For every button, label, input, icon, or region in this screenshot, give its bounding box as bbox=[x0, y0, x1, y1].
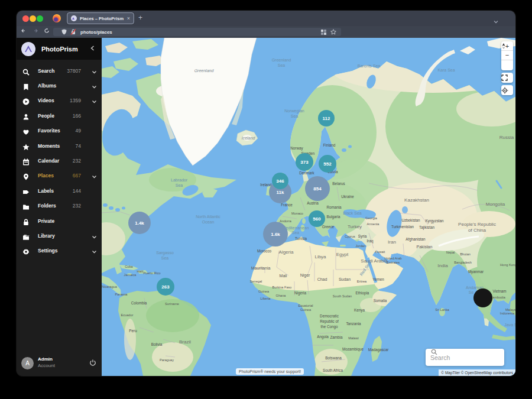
chevron-down-icon[interactable] bbox=[92, 245, 97, 256]
map-label: Norway bbox=[290, 146, 303, 151]
sidebar-item-label: People bbox=[38, 113, 54, 119]
reload-button[interactable] bbox=[44, 28, 50, 35]
chevron-down-icon[interactable] bbox=[92, 95, 97, 106]
map-label: Sea bbox=[161, 256, 169, 260]
map-label: Chad bbox=[317, 277, 327, 281]
map-label: Algeria bbox=[279, 249, 294, 255]
map-label: Ocean bbox=[202, 220, 215, 224]
sidebar-item-count: 232 bbox=[73, 203, 81, 209]
tab-close-icon[interactable]: × bbox=[127, 15, 130, 21]
map-label: Zambia bbox=[330, 335, 343, 339]
zoom-control-group: + − bbox=[501, 41, 513, 70]
map-label: Mongolia bbox=[486, 202, 505, 207]
sidebar-item-calendar[interactable]: Calendar232 bbox=[17, 153, 102, 168]
screenshot-grid-icon[interactable] bbox=[321, 27, 326, 37]
logout-power-icon[interactable] bbox=[89, 358, 96, 369]
sidebar-item-favorites[interactable]: Favorites49 bbox=[17, 124, 102, 138]
map-label: France bbox=[281, 203, 293, 207]
chevron-down-icon[interactable] bbox=[92, 231, 97, 241]
zoom-out-button[interactable]: − bbox=[501, 51, 513, 60]
library-icon bbox=[22, 232, 30, 239]
sidebar-item-count: 74 bbox=[76, 143, 81, 149]
map-label: Bangladesh bbox=[454, 261, 472, 264]
map-label: Ethiopia bbox=[356, 291, 369, 296]
cluster-marker[interactable] bbox=[473, 288, 492, 307]
avatar[interactable]: A bbox=[21, 357, 34, 369]
map-label: Se bbox=[469, 290, 474, 294]
map-label: Mauritania bbox=[251, 266, 271, 270]
sidebar-account[interactable]: A Admin Account bbox=[17, 356, 102, 371]
sidebar-item-count: 232 bbox=[73, 158, 81, 164]
new-tab-button[interactable]: + bbox=[138, 14, 142, 22]
sidebar-item-settings[interactable]: Settings bbox=[17, 244, 102, 258]
tracking-shield-icon[interactable] bbox=[61, 27, 67, 37]
sidebar-collapse-button[interactable] bbox=[90, 46, 95, 52]
map-label: Emirates bbox=[387, 261, 400, 264]
map-label: Black Sea bbox=[343, 211, 362, 215]
url-bar[interactable]: photos/places bbox=[53, 28, 341, 36]
close-window-button[interactable] bbox=[22, 15, 29, 22]
map-label: Saudi Arabia bbox=[361, 258, 388, 264]
fullscreen-button[interactable] bbox=[501, 73, 513, 83]
forward-button[interactable] bbox=[33, 28, 38, 35]
chevron-down-icon[interactable] bbox=[92, 66, 97, 76]
map-label: Sea bbox=[291, 114, 299, 118]
map-label: Republic of bbox=[320, 319, 339, 324]
map-label: Sea bbox=[176, 183, 183, 187]
map-label: Romania bbox=[326, 205, 342, 209]
firefox-icon[interactable] bbox=[53, 14, 61, 22]
map-label: Norwegian bbox=[284, 109, 304, 113]
sidebar-item-label: Places bbox=[38, 173, 54, 179]
sidebar-item-people[interactable]: People166 bbox=[17, 108, 102, 123]
sidebar-item-moments[interactable]: Moments74 bbox=[17, 138, 102, 153]
map-view[interactable]: GreenlandIcelandGreenlandSeaNorwegianSea… bbox=[102, 38, 515, 376]
people-icon bbox=[22, 112, 30, 119]
cluster-marker-count: 373 bbox=[300, 160, 309, 165]
map-label: Iran bbox=[388, 239, 396, 245]
sidebar-item-folders[interactable]: Folders232 bbox=[17, 199, 102, 213]
minimize-window-button[interactable] bbox=[30, 15, 36, 22]
maximize-window-button[interactable] bbox=[37, 15, 43, 22]
support-notice[interactable]: PhotoPrism® needs your support! bbox=[236, 368, 304, 375]
map-label: Libya bbox=[314, 254, 326, 259]
labels-icon bbox=[22, 187, 30, 194]
sidebar-item-places[interactable]: Places667 bbox=[17, 168, 102, 183]
map-label: Uzbekistan bbox=[401, 218, 420, 222]
map-label: Monaco bbox=[291, 212, 303, 215]
bookmark-star-icon[interactable] bbox=[330, 27, 336, 37]
map-label: Democratic bbox=[320, 314, 339, 318]
browser-tab[interactable]: Places – PhotoPrism × bbox=[67, 12, 134, 24]
lock-icon[interactable] bbox=[70, 27, 76, 37]
sidebar-item-library[interactable]: Library bbox=[17, 228, 102, 243]
map-label: Kyrgyzstan bbox=[425, 219, 444, 223]
sidebar-item-videos[interactable]: Videos1359 bbox=[17, 93, 102, 108]
compass-button[interactable] bbox=[501, 60, 513, 70]
tab-bar: Places – PhotoPrism × + bbox=[17, 11, 515, 26]
sidebar-item-label: Calendar bbox=[38, 158, 59, 164]
cluster-marker-count: 11k bbox=[277, 190, 284, 195]
sidebar-item-label: Albums bbox=[38, 83, 56, 89]
map-label: Pakistan bbox=[417, 245, 433, 249]
sidebar-item-albums[interactable]: Albums bbox=[17, 78, 102, 93]
map-label: Panama bbox=[115, 293, 128, 296]
map-label: Iceland bbox=[242, 136, 256, 140]
sidebar-item-search[interactable]: Search37807 bbox=[17, 63, 102, 78]
map-label: Sargasso bbox=[156, 251, 174, 255]
map-label: Ireland bbox=[260, 183, 272, 187]
albums-icon bbox=[22, 82, 30, 89]
back-button[interactable] bbox=[21, 28, 27, 35]
chevron-down-icon[interactable] bbox=[92, 170, 97, 181]
photoprism-logo bbox=[21, 42, 35, 56]
map-label: Ghana bbox=[276, 294, 287, 297]
map-label: Jordan bbox=[355, 244, 365, 248]
tab-list-chevron-icon[interactable] bbox=[493, 16, 499, 27]
account-role: Account bbox=[38, 363, 55, 368]
chevron-down-icon[interactable] bbox=[92, 80, 97, 91]
sidebar-item-labels[interactable]: Labels144 bbox=[17, 183, 102, 198]
map-label: Equatorial bbox=[298, 304, 313, 307]
locate-button[interactable] bbox=[501, 85, 513, 95]
map-label: Barents Sea bbox=[358, 64, 381, 68]
map-search-box[interactable]: Search bbox=[426, 349, 504, 366]
sidebar-item-private[interactable]: Private bbox=[17, 213, 102, 228]
map-label: Kara Sea bbox=[437, 68, 455, 72]
